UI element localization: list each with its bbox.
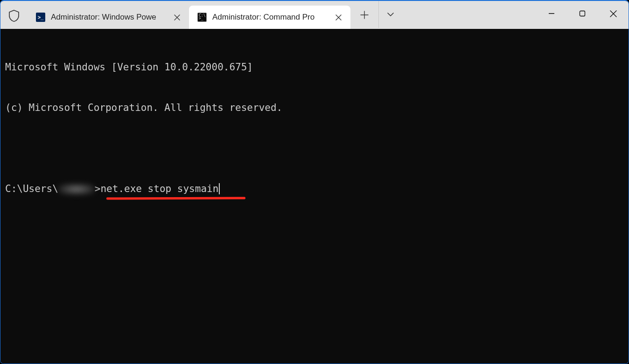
maximize-button[interactable] — [567, 1, 598, 26]
window-controls — [536, 1, 629, 26]
close-button[interactable] — [598, 1, 629, 26]
prompt-suffix: > — [95, 182, 101, 196]
powershell-icon: >_ — [36, 13, 45, 22]
tab-label: Administrator: Command Pro — [212, 13, 327, 22]
terminal-output-line: Microsoft Windows [Version 10.0.22000.67… — [5, 61, 624, 74]
shield-icon — [0, 1, 28, 29]
cmd-icon: C:\>_ — [197, 13, 207, 22]
terminal-blank-line — [5, 142, 624, 155]
redacted-username — [58, 184, 95, 195]
tab-label: Administrator: Windows Powe — [51, 13, 166, 22]
tab-close-button[interactable] — [171, 12, 182, 23]
terminal-prompt-line: C:\Users\>net.exe stop sysmain — [5, 182, 624, 196]
svg-rect-0 — [580, 11, 585, 16]
tabs-area: >_ Administrator: Windows Powe C:\>_ Adm… — [28, 1, 350, 29]
prompt-prefix: C:\Users\ — [5, 182, 58, 196]
terminal-output-line: (c) Microsoft Corporation. All rights re… — [5, 101, 624, 115]
tab-command-prompt[interactable]: C:\>_ Administrator: Command Pro — [189, 6, 350, 29]
tab-dropdown-button[interactable] — [378, 1, 402, 28]
new-tab-button[interactable] — [353, 6, 376, 24]
terminal-area[interactable]: Microsoft Windows [Version 10.0.22000.67… — [0, 29, 629, 364]
tab-powershell[interactable]: >_ Administrator: Windows Powe — [28, 6, 189, 29]
command-text: net.exe stop sysmain — [100, 182, 218, 196]
text-cursor — [219, 183, 220, 194]
tab-close-button[interactable] — [333, 12, 344, 23]
minimize-button[interactable] — [536, 1, 567, 26]
titlebar-drag-area[interactable] — [402, 1, 536, 29]
annotation-underline — [106, 197, 245, 199]
titlebar: >_ Administrator: Windows Powe C:\>_ Adm… — [0, 1, 629, 29]
